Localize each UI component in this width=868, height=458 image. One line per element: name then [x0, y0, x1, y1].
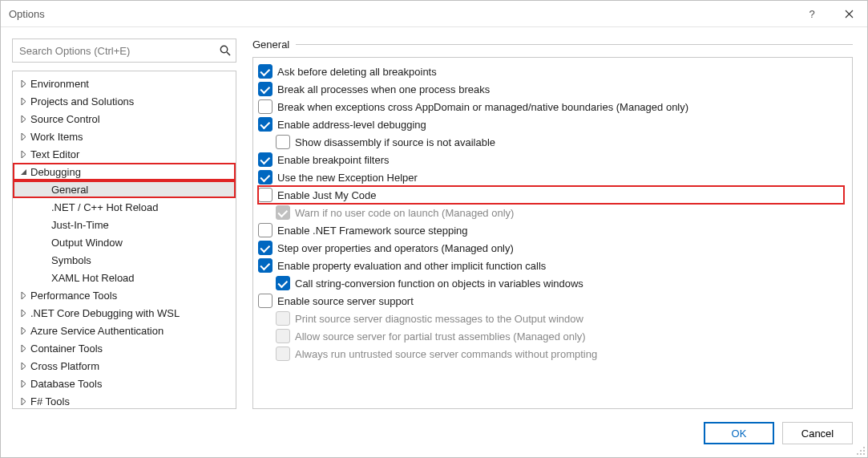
tree-item[interactable]: General: [13, 180, 236, 198]
checkbox[interactable]: [258, 223, 273, 237]
option-row[interactable]: Enable .NET Framework source stepping: [258, 221, 844, 239]
checkbox[interactable]: [258, 99, 273, 114]
resize-grip[interactable]: [854, 444, 866, 456]
help-button[interactable]: ?: [793, 1, 830, 26]
tree-item-label: Source Control: [30, 113, 100, 125]
option-label: Always run untrusted source server comma…: [295, 348, 597, 360]
tree-item[interactable]: Just-In-Time: [13, 216, 236, 233]
chevron-down-icon[interactable]: [18, 166, 29, 177]
tree-spacer: [38, 237, 50, 248]
tree-item[interactable]: Performance Tools: [13, 286, 236, 304]
tree-item[interactable]: Text Editor: [13, 145, 236, 163]
tree-item[interactable]: Container Tools: [13, 339, 236, 357]
tree-item-label: Container Tools: [30, 342, 103, 355]
chevron-right-icon[interactable]: [18, 95, 29, 107]
option-row[interactable]: Break when exceptions cross AppDomain or…: [258, 98, 844, 116]
tree-item[interactable]: Source Control: [13, 110, 236, 128]
panel-heading-row: General: [252, 39, 853, 51]
category-tree: EnvironmentProjects and SolutionsSource …: [12, 71, 236, 409]
tree-item[interactable]: Cross Platform: [13, 357, 236, 375]
checkbox[interactable]: [276, 135, 290, 149]
close-button[interactable]: [830, 1, 867, 26]
tree-item-label: F# Tools: [30, 395, 70, 407]
chevron-right-icon[interactable]: [18, 395, 29, 407]
option-row[interactable]: Enable breakpoint filters: [258, 151, 844, 168]
option-label: Enable Just My Code: [277, 189, 377, 201]
option-row[interactable]: Break all processes when one process bre…: [258, 80, 844, 98]
tree-item-label: Projects and Solutions: [30, 95, 134, 107]
option-row[interactable]: Enable property evaluation and other imp…: [258, 257, 844, 274]
options-dialog: Options ? EnvironmentProjects and Soluti…: [0, 0, 868, 458]
chevron-right-icon[interactable]: [18, 325, 29, 336]
chevron-right-icon[interactable]: [18, 290, 29, 301]
option-row[interactable]: Ask before deleting all breakpoints: [258, 63, 844, 80]
checkbox[interactable]: [258, 241, 273, 255]
checkbox[interactable]: [258, 170, 273, 184]
tree-spacer: [38, 201, 50, 213]
search-box[interactable]: [12, 39, 236, 63]
chevron-right-icon[interactable]: [18, 113, 29, 124]
chevron-right-icon[interactable]: [18, 148, 29, 160]
checkbox[interactable]: [258, 82, 273, 96]
option-row[interactable]: Enable source server support: [258, 292, 844, 310]
tree-item-label: Cross Platform: [30, 360, 99, 372]
chevron-right-icon[interactable]: [18, 378, 29, 389]
dialog-footer: OK Cancel: [1, 409, 867, 457]
tree-item[interactable]: Database Tools: [13, 375, 236, 392]
checkbox[interactable]: [258, 64, 273, 79]
tree-item[interactable]: XAML Hot Reload: [13, 269, 236, 286]
chevron-right-icon[interactable]: [18, 307, 29, 318]
tree-item-label: Just-In-Time: [51, 219, 109, 231]
tree-item[interactable]: F# Tools: [13, 392, 236, 408]
tree-item[interactable]: Symbols: [13, 251, 236, 269]
tree-item[interactable]: Output Window: [13, 233, 236, 251]
tree-item-label: General: [51, 184, 88, 196]
cancel-button[interactable]: Cancel: [782, 422, 853, 444]
svg-line-1: [227, 52, 230, 55]
checkbox[interactable]: [276, 276, 290, 290]
checkbox: [276, 311, 290, 326]
right-column: General Ask before deleting all breakpoi…: [252, 39, 853, 409]
tree-item[interactable]: Debugging: [13, 163, 236, 180]
chevron-right-icon[interactable]: [18, 131, 29, 142]
category-tree-scroll[interactable]: EnvironmentProjects and SolutionsSource …: [13, 71, 236, 408]
option-label: Break all processes when one process bre…: [277, 83, 490, 95]
tree-item[interactable]: Azure Service Authentication: [13, 322, 236, 339]
option-row[interactable]: Use the new Exception Helper: [258, 168, 844, 186]
options-scroll[interactable]: Ask before deleting all breakpointsBreak…: [253, 58, 852, 408]
svg-point-0: [220, 46, 227, 52]
option-row[interactable]: Enable address-level debugging: [258, 116, 844, 133]
option-label: Break when exceptions cross AppDomain or…: [277, 101, 688, 113]
svg-point-5: [857, 453, 858, 455]
option-label: Show disassembly if source is not availa…: [295, 136, 495, 148]
checkbox[interactable]: [258, 188, 273, 202]
tree-item[interactable]: .NET Core Debugging with WSL: [13, 304, 236, 322]
checkbox: [276, 347, 290, 361]
close-icon: [845, 10, 854, 18]
svg-point-2: [863, 447, 865, 448]
search-icon[interactable]: [215, 45, 236, 56]
tree-item[interactable]: .NET / C++ Hot Reload: [13, 198, 236, 216]
tree-item[interactable]: Work Items: [13, 128, 236, 145]
checkbox[interactable]: [258, 294, 273, 308]
option-label: Use the new Exception Helper: [277, 172, 418, 184]
option-row[interactable]: Call string-conversion function on objec…: [258, 274, 844, 292]
search-input[interactable]: [13, 45, 215, 57]
dialog-body: EnvironmentProjects and SolutionsSource …: [1, 27, 867, 409]
chevron-right-icon[interactable]: [18, 342, 29, 354]
tree-item[interactable]: Environment: [13, 75, 236, 92]
checkbox[interactable]: [258, 152, 273, 167]
option-row[interactable]: Step over properties and operators (Mana…: [258, 239, 844, 257]
option-row[interactable]: Show disassembly if source is not availa…: [258, 133, 844, 151]
chevron-right-icon[interactable]: [18, 78, 29, 89]
panel-heading: General: [252, 39, 289, 51]
option-row[interactable]: Enable Just My Code: [258, 186, 844, 204]
tree-item-label: Database Tools: [30, 378, 102, 390]
chevron-right-icon[interactable]: [18, 360, 29, 371]
tree-spacer: [38, 184, 50, 195]
checkbox[interactable]: [258, 117, 273, 132]
ok-button[interactable]: OK: [704, 422, 774, 444]
svg-point-6: [860, 453, 862, 455]
checkbox[interactable]: [258, 258, 273, 273]
tree-item[interactable]: Projects and Solutions: [13, 92, 236, 110]
